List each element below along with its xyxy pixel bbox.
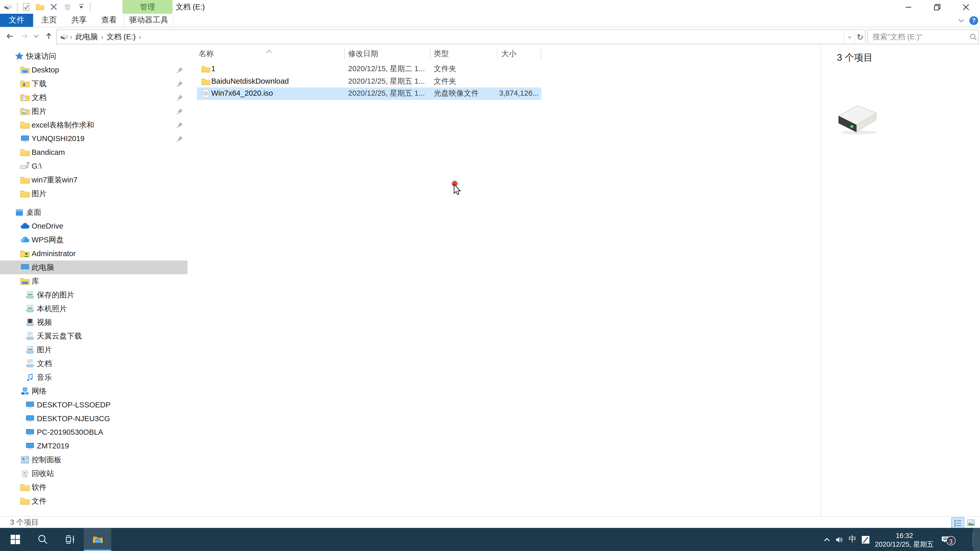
folder-icon [20, 483, 30, 492]
forward-button[interactable] [18, 30, 30, 43]
address-bar[interactable]: ›此电脑›文档 (E:)› ↻ [56, 29, 865, 44]
screen: 管理 文档 (E:) 文件主页共享查看驱动器工具 ? [0, 0, 980, 551]
qat-drive-button[interactable] [3, 1, 14, 13]
sidebar-item[interactable]: 图片 [0, 187, 188, 200]
sidebar-item[interactable]: 文档 [0, 91, 188, 104]
file-row[interactable]: Win7x64_2020.iso2020/12/25, 星期五 1...光盘映像… [197, 87, 541, 100]
address-dropdown-icon[interactable] [844, 30, 854, 44]
search-input[interactable] [868, 32, 969, 41]
show-desktop-button[interactable] [973, 528, 980, 551]
sidebar-item[interactable]: 桌面 [0, 206, 188, 219]
sidebar-item[interactable]: 回收站 [0, 467, 188, 480]
close-button[interactable] [951, 0, 980, 14]
volume-icon[interactable] [833, 528, 845, 551]
taskbar-file-explorer-button[interactable] [84, 528, 111, 551]
file-type: 文件夹 [434, 75, 456, 87]
taskbar-search-button[interactable] [29, 528, 56, 551]
sidebar-item[interactable]: DESKTOP-NJEU3CG [0, 412, 188, 426]
sidebar-item[interactable]: ?G:\ [0, 159, 188, 173]
sidebar-item[interactable]: 音乐 [0, 370, 188, 384]
ribbon-collapse-icon[interactable] [956, 16, 966, 25]
sidebar-item[interactable]: 控制面板 [0, 453, 188, 467]
qat-recycle-bin-button[interactable] [62, 1, 73, 13]
sidebar-item-label: Bandicam [32, 148, 65, 157]
ribbon-tab-1[interactable]: 主页 [35, 14, 64, 27]
sidebar-item[interactable]: 天翼云盘下载 [0, 329, 188, 343]
view-thumbnails-button[interactable] [965, 517, 977, 527]
sidebar-item[interactable]: PC-20190530OBLA [0, 426, 188, 439]
system-tray: 中 16:32 2020/12/25, 星期五 3 [821, 528, 953, 551]
file-row[interactable]: BaiduNetdiskDownload2020/12/25, 星期五 1...… [197, 75, 541, 87]
svg-text:?: ? [26, 161, 29, 167]
sidebar-item-label: Administrator [32, 249, 76, 258]
sidebar-item[interactable]: ZMT2019 [0, 439, 188, 453]
column-header-date[interactable]: 修改日期 [348, 49, 378, 59]
sidebar-item[interactable]: 视频 [0, 316, 188, 329]
sidebar-item[interactable]: 本机照片 [0, 302, 188, 316]
sidebar-item[interactable]: 此电脑 [0, 260, 188, 274]
sidebar-item[interactable]: Bandicam [0, 146, 188, 159]
file-size [467, 75, 539, 87]
sidebar-item[interactable]: OneDrive [0, 219, 188, 233]
ribbon-tab-4[interactable]: 驱动器工具 [124, 14, 174, 27]
file-row[interactable]: 12020/12/15, 星期二 1...文件夹 [197, 63, 541, 75]
sidebar-item[interactable]: 文件 [0, 494, 188, 508]
start-button[interactable] [1, 528, 29, 551]
back-button[interactable] [4, 30, 16, 43]
sidebar-item[interactable]: 库 [0, 274, 188, 288]
search-box[interactable] [867, 29, 979, 44]
sidebar-item[interactable]: WPS网盘 [0, 233, 188, 247]
taskbar-clock[interactable]: 16:32 2020/12/25, 星期五 [872, 530, 937, 548]
sidebar-item[interactable]: Administrator [0, 247, 188, 260]
sidebar-item[interactable]: 网络 [0, 384, 188, 398]
breadcrumb-item[interactable]: 文档 (E:) [105, 32, 138, 41]
ribbon-tab-2[interactable]: 共享 [64, 14, 94, 27]
refresh-icon[interactable]: ↻ [854, 30, 865, 44]
file-name: Win7x64_2020.iso [211, 87, 273, 100]
sidebar-item[interactable]: YUNQISHI2019 [0, 132, 188, 146]
view-details-button[interactable] [951, 517, 964, 529]
column-header-name[interactable]: 名称 [199, 49, 214, 59]
sidebar-item[interactable]: Desktop [0, 63, 188, 77]
status-item-count: 3 个项目 [10, 516, 39, 528]
qat-folder-button[interactable] [35, 1, 46, 13]
sidebar-item[interactable]: 快速访问 [0, 49, 188, 63]
sidebar-item[interactable]: 图片 [0, 104, 188, 118]
ribbon-tab-3[interactable]: 查看 [94, 14, 124, 27]
sidebar-item[interactable]: win7重装win7 [0, 173, 188, 187]
sidebar-item-label: 桌面 [26, 207, 41, 218]
help-button[interactable]: ? [969, 16, 978, 24]
sidebar-item-label: 下载 [32, 78, 47, 89]
ime-indicator[interactable]: 中 [845, 534, 859, 545]
folder-icon [20, 120, 30, 130]
minimize-button[interactable] [894, 0, 923, 14]
sidebar-item[interactable]: excel表格制作求和 [0, 118, 188, 132]
hidden-icons-chevron-icon[interactable] [821, 528, 833, 551]
recent-locations-icon[interactable] [32, 30, 41, 43]
up-button[interactable] [43, 30, 55, 43]
pin-icon [177, 67, 183, 73]
sidebar-item[interactable]: 保存的图片 [0, 288, 188, 302]
action-center-icon[interactable]: 3 [937, 528, 953, 551]
sidebar-item-label: WPS网盘 [32, 235, 64, 245]
ink-workspace-icon[interactable] [859, 528, 872, 551]
breadcrumb-item[interactable]: 此电脑 [73, 32, 100, 41]
file-type: 文件夹 [434, 63, 456, 75]
sidebar-item[interactable]: DESKTOP-LSSOEDP [0, 398, 188, 412]
control-panel-icon [20, 455, 30, 465]
sidebar-item[interactable]: 图片 [0, 343, 188, 357]
folder-documents-icon [20, 92, 30, 102]
sidebar-item[interactable]: 软件 [0, 480, 188, 494]
sidebar-item[interactable]: 文档 [0, 357, 188, 370]
folder-download-icon [20, 79, 30, 89]
qat-dropdown-button[interactable] [76, 1, 87, 13]
sidebar-item[interactable]: 下载 [0, 77, 188, 91]
qat-document-check-button[interactable] [21, 1, 32, 13]
column-header-type[interactable]: 类型 [434, 49, 449, 59]
column-header-size[interactable]: 大小 [501, 49, 516, 59]
restore-button[interactable] [923, 0, 951, 14]
task-view-button[interactable] [56, 528, 84, 551]
ribbon-tab-0[interactable]: 文件 [0, 14, 33, 27]
folder-icon [20, 189, 30, 199]
qat-delete-x-button[interactable] [48, 1, 59, 13]
